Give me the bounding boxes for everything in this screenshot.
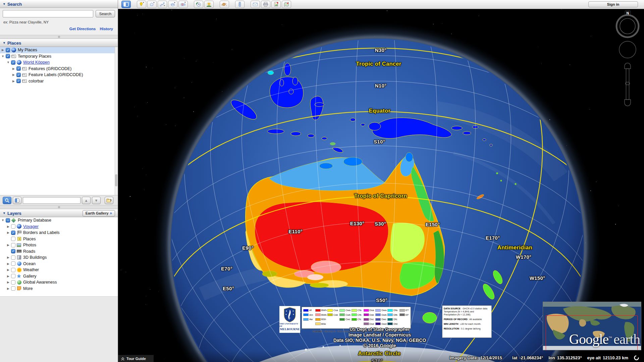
globe-label: E50° xyxy=(223,286,234,291)
layer-item-3d-buildings[interactable]: ▶ 3D Buildings xyxy=(0,254,118,261)
layer-item-roads[interactable]: ✓ Roads xyxy=(0,248,118,255)
checkbox-checked-icon[interactable]: ✓ xyxy=(16,66,21,71)
expander-icon[interactable]: ▶ xyxy=(1,48,4,52)
checkbox-checked-icon[interactable]: ✓ xyxy=(11,249,15,253)
checkbox-unchecked-icon[interactable] xyxy=(11,286,15,291)
tree-item-feature-labels-gridcode[interactable]: ▶ ✓ Feature Labels (GRIDCODE) xyxy=(0,72,118,78)
get-directions-link[interactable]: Get Directions xyxy=(69,27,96,31)
checkbox-unchecked-icon[interactable] xyxy=(11,261,15,266)
earth-gallery-button[interactable]: Earth Gallery» xyxy=(83,210,115,217)
layers-panel-header[interactable]: ▼ Layers Earth Gallery» xyxy=(0,209,118,217)
checkbox-unchecked-icon[interactable] xyxy=(11,243,15,247)
layer-item-weather[interactable]: ▶ Weather xyxy=(0,267,118,273)
places-marker-icon xyxy=(17,236,22,241)
layer-item-gallery[interactable]: ▶ Gallery xyxy=(0,273,118,280)
search-hint: ex: Pizza near Clayville, NY xyxy=(3,20,115,24)
expander-icon[interactable]: ▶ xyxy=(7,225,10,228)
toggle-sidebar-button[interactable] xyxy=(121,1,131,8)
search-button[interactable]: Search xyxy=(96,10,115,17)
next-item-button[interactable]: ▼ xyxy=(92,197,101,204)
lat-value: -21.068234° xyxy=(519,355,543,360)
add-image-overlay-button[interactable] xyxy=(168,1,177,8)
ruler-button[interactable] xyxy=(235,1,245,8)
switch-planet-button[interactable] xyxy=(220,1,229,8)
expander-icon[interactable]: ▼ xyxy=(7,61,10,64)
expander-icon[interactable]: ▶ xyxy=(7,256,10,259)
earth-viewport[interactable]: N30° Tropic of Cancer N10° Equator S10° … xyxy=(118,9,644,362)
layer-item-global-awareness[interactable]: ▶ Global Awareness xyxy=(0,279,118,286)
expander-icon[interactable]: ▶ xyxy=(7,287,10,290)
sign-in-button[interactable]: Sign in xyxy=(588,1,638,7)
layer-item-primary-database[interactable]: ▼ – Primary Database xyxy=(0,217,118,224)
toggle-overview-button[interactable] xyxy=(13,197,21,204)
tree-item-features-gridcode[interactable]: ▶ ✓ Features (GRIDCODE) xyxy=(0,66,118,72)
attribution-line: Data SIO, NOAA, U.S. Navy, NGA, GEBCO xyxy=(333,338,426,343)
folder-actions-button[interactable] xyxy=(105,197,113,204)
scrollbar-thumb[interactable] xyxy=(115,174,117,186)
search-panel-header[interactable]: ▼ Search xyxy=(0,0,118,8)
checkbox-checked-icon[interactable]: ✓ xyxy=(16,73,21,77)
expander-icon[interactable]: ▶ xyxy=(7,231,10,234)
checkbox-checked-icon[interactable]: ✓ xyxy=(11,60,15,65)
checkbox-checked-icon[interactable]: ✓ xyxy=(16,79,21,83)
expander-icon[interactable]: ▼ xyxy=(1,55,4,58)
layer-item-photos[interactable]: ▶ Photos xyxy=(0,242,118,248)
checkbox-checked-icon[interactable]: ✓ xyxy=(6,54,10,58)
expander-icon[interactable]: ▶ xyxy=(7,262,10,265)
checkbox-mixed-icon[interactable]: – xyxy=(6,218,10,223)
historical-imagery-button[interactable] xyxy=(194,1,203,8)
add-placemark-button[interactable] xyxy=(137,1,146,8)
checkbox-checked-icon[interactable]: ✓ xyxy=(11,231,15,235)
panel-splitter[interactable] xyxy=(0,35,118,39)
layer-item-ocean[interactable]: ▶ Ocean xyxy=(0,261,118,267)
tree-item-world-koppen[interactable]: ▼ ✓ World Köppen xyxy=(0,59,118,66)
expander-icon[interactable]: ▶ xyxy=(7,275,10,278)
tree-item-colorbar[interactable]: ▶ ✓ colorbar xyxy=(0,78,118,84)
places-scrollbar[interactable] xyxy=(115,47,118,195)
tour-guide-bar[interactable]: Tour Guide xyxy=(118,355,154,362)
layer-item-more[interactable]: ▶ More xyxy=(0,286,118,292)
print-button[interactable] xyxy=(261,1,270,8)
email-button[interactable] xyxy=(251,1,260,8)
double-chevron-icon: » xyxy=(110,211,112,216)
checkbox-unchecked-icon[interactable] xyxy=(11,274,15,278)
tree-item-my-places[interactable]: ▶ ✓ My Places xyxy=(0,47,118,53)
panel-splitter[interactable] xyxy=(0,205,118,209)
add-polygon-button[interactable] xyxy=(147,1,157,8)
navigation-controls[interactable]: N xyxy=(614,10,642,109)
checkbox-unchecked-icon[interactable] xyxy=(11,280,15,285)
tree-item-temporary-places[interactable]: ▼ ✓ Temporary Places xyxy=(0,53,118,60)
checkbox-unchecked-icon[interactable] xyxy=(11,224,15,229)
places-panel-header[interactable]: ▼ Places xyxy=(0,39,118,47)
collapse-triangle-icon: ▼ xyxy=(3,212,6,215)
record-tour-button[interactable] xyxy=(178,1,188,8)
search-places-button[interactable] xyxy=(3,197,11,204)
checkbox-unchecked-icon[interactable] xyxy=(11,237,15,241)
expander-icon[interactable]: ▼ xyxy=(1,219,4,222)
places-filter-input[interactable] xyxy=(23,197,80,204)
history-link[interactable]: History xyxy=(100,27,113,31)
expander-icon[interactable]: ▶ xyxy=(7,268,10,272)
layer-item-places[interactable]: Places xyxy=(0,236,118,242)
layer-item-voyager[interactable]: ▶ Voyager xyxy=(0,224,118,230)
expander-icon[interactable]: ▶ xyxy=(12,79,15,83)
save-image-button[interactable] xyxy=(271,1,281,8)
view-in-google-maps-button[interactable] xyxy=(282,1,291,8)
previous-item-button[interactable]: ▲ xyxy=(82,197,91,204)
expander-icon[interactable]: ▶ xyxy=(12,67,15,70)
layer-item-borders-and-labels[interactable]: ▶ ✓ Borders and Labels xyxy=(0,230,118,236)
add-path-button[interactable] xyxy=(158,1,167,8)
checkbox-unchecked-icon[interactable] xyxy=(11,268,15,272)
checkbox-checked-icon[interactable]: ✓ xyxy=(6,48,10,52)
expander-icon[interactable]: ▶ xyxy=(12,73,15,76)
checkbox-unchecked-icon[interactable] xyxy=(11,255,15,260)
polygon-icon xyxy=(149,2,155,7)
globe-label: Tropic of Cancer xyxy=(356,61,401,67)
search-input[interactable] xyxy=(3,10,93,17)
expander-icon[interactable]: ▶ xyxy=(7,243,10,247)
down-arrow-icon: ▼ xyxy=(95,198,98,202)
status-bar: Imagery Date: 12/14/2015 lat -21.068234°… xyxy=(449,355,639,361)
sunlight-button[interactable] xyxy=(204,1,214,8)
expander-icon[interactable]: ▶ xyxy=(7,281,10,284)
globe-label: Equator xyxy=(369,108,390,114)
